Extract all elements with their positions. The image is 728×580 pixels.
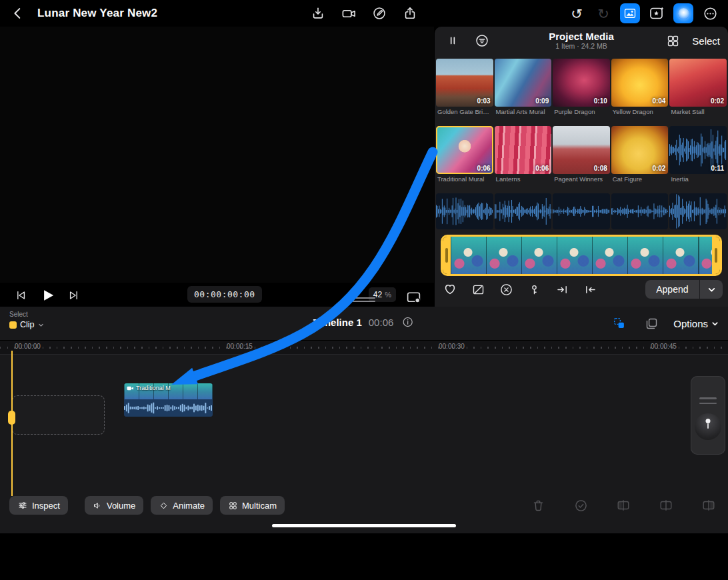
media-item[interactable]: 0:10 Purple Dragon	[553, 59, 610, 116]
insert-end-button[interactable]	[552, 279, 572, 299]
timeline-resize-handle[interactable]	[353, 297, 375, 304]
media-item[interactable]	[495, 193, 552, 229]
media-item[interactable]: 0:11 Inertia	[669, 126, 727, 183]
grip-line	[353, 297, 375, 299]
media-item-label: Traditional Mural	[436, 175, 493, 183]
trim-start-button[interactable]	[613, 495, 633, 515]
jog-wheel[interactable]	[691, 376, 725, 455]
delete-clip-button[interactable]	[528, 495, 548, 515]
trim-handle-right[interactable]	[712, 237, 720, 274]
media-item[interactable]: 0:02 Market Stall	[669, 59, 727, 116]
multicam-label: Multicam	[242, 501, 277, 511]
tool-mode-selector[interactable]: Select Clip	[9, 311, 44, 329]
annotate-button[interactable]	[369, 3, 389, 23]
media-item[interactable]	[669, 193, 727, 229]
multicam-button[interactable]: Multicam	[220, 496, 285, 515]
media-item[interactable]: 0:09 Martial Arts Mural	[495, 59, 552, 116]
media-item[interactable]	[553, 193, 610, 229]
timeline-tracks: Traditional M	[0, 354, 728, 496]
trim-left-icon	[616, 498, 631, 513]
trim-end-button[interactable]	[699, 495, 719, 515]
share-button[interactable]	[400, 3, 420, 23]
back-button[interactable]	[8, 3, 28, 23]
preview-fit-button[interactable]	[403, 287, 423, 307]
timeline-ruler[interactable]: 00:00:00 00:00:15 00:00:30 00:00:45	[0, 340, 728, 355]
volume-button[interactable]: Volume	[85, 496, 143, 515]
skip-to-start-button[interactable]	[11, 285, 31, 305]
video-camera-icon	[127, 385, 134, 391]
append-button[interactable]: Append	[645, 280, 699, 299]
trim-slot	[445, 248, 448, 263]
snapping-toggle-button[interactable]	[609, 313, 629, 333]
reject-button[interactable]	[468, 279, 488, 299]
media-item[interactable]: 0:06 Lanterns	[495, 126, 552, 183]
more-button[interactable]	[700, 3, 720, 23]
media-item[interactable]	[436, 193, 493, 229]
keyword-button[interactable]	[524, 279, 544, 299]
clip-color-swatch	[9, 321, 17, 329]
media-thumbnail: 0:03	[436, 59, 493, 107]
record-video-button[interactable]	[339, 3, 359, 23]
media-thumbnail: 0:04	[611, 59, 669, 107]
heart-icon	[443, 282, 457, 297]
selected-clip-filmstrip[interactable]	[441, 235, 722, 276]
split-clip-button[interactable]	[656, 495, 676, 515]
media-item-selected[interactable]: 0:06 Traditional Mural	[436, 126, 493, 183]
media-library-button[interactable]	[620, 3, 640, 23]
filter-button[interactable]	[472, 31, 492, 51]
media-grid: 0:03 Golden Gate Bridge 0:09 Martial Art…	[435, 55, 728, 232]
arrow-to-start-icon	[583, 283, 597, 297]
filmstrip-frames[interactable]	[451, 237, 712, 274]
import-button[interactable]	[308, 3, 328, 23]
home-indicator[interactable]	[272, 524, 456, 527]
play-button[interactable]	[37, 285, 57, 305]
clip-duration: 0:06	[535, 165, 549, 172]
clip-appearance-button[interactable]	[641, 313, 661, 333]
effects-button[interactable]	[647, 3, 667, 23]
remove-button[interactable]	[496, 279, 516, 299]
timeline-info-button[interactable]	[400, 315, 415, 329]
playhead[interactable]	[8, 337, 16, 497]
chevron-down-icon	[707, 285, 716, 294]
clip-chip-label: Clip	[20, 320, 35, 329]
enhance-button[interactable]	[673, 3, 693, 23]
trim-slot	[715, 248, 717, 263]
options-button[interactable]: Options	[673, 318, 719, 329]
clip-duration: 0:02	[711, 97, 724, 105]
media-item[interactable]: 0:03 Golden Gate Bridge	[436, 59, 493, 116]
inspect-label: Inspect	[32, 501, 60, 511]
x-circle-icon	[499, 283, 513, 297]
append-options-button[interactable]	[700, 280, 723, 299]
redo-button[interactable]: ↻	[593, 3, 613, 23]
dial-dot	[706, 419, 711, 423]
drop-placeholder[interactable]	[12, 395, 105, 435]
timeline-clip[interactable]: Traditional M	[124, 383, 213, 417]
trim-handle-left[interactable]	[443, 237, 451, 274]
media-item[interactable]: 0:08 Pageant Winners	[553, 126, 610, 183]
media-item[interactable]	[611, 193, 669, 229]
favorite-button[interactable]	[440, 279, 460, 299]
trash-icon	[531, 499, 545, 513]
playback-controls	[11, 285, 84, 305]
animate-button[interactable]: Animate	[151, 496, 213, 515]
media-thumbnail: 0:10	[553, 59, 610, 107]
reject-slash-icon	[471, 283, 485, 297]
media-grid-row-audio	[436, 193, 727, 229]
skip-to-end-button[interactable]	[64, 285, 84, 305]
chevron-down-icon	[711, 320, 719, 327]
media-item[interactable]: 0:04 Yellow Dragon	[611, 59, 669, 116]
grid-view-button[interactable]	[663, 31, 683, 51]
grip-line	[699, 397, 717, 399]
insert-start-button[interactable]	[580, 279, 600, 299]
media-item[interactable]: 0:02 Cat Figure	[611, 126, 669, 183]
clip-duration: 0:10	[594, 97, 607, 105]
inspect-button[interactable]: Inspect	[9, 496, 68, 515]
sidebar-toggle-button[interactable]	[443, 31, 463, 51]
timeline-tools-right	[528, 495, 719, 515]
select-mode-button[interactable]: Select	[692, 35, 720, 47]
volume-label: Volume	[107, 501, 135, 511]
clip-duration: 0:04	[652, 97, 665, 105]
undo-button[interactable]: ↺	[567, 3, 587, 23]
clip-waveform	[124, 399, 213, 417]
approve-clip-button[interactable]	[571, 495, 591, 515]
